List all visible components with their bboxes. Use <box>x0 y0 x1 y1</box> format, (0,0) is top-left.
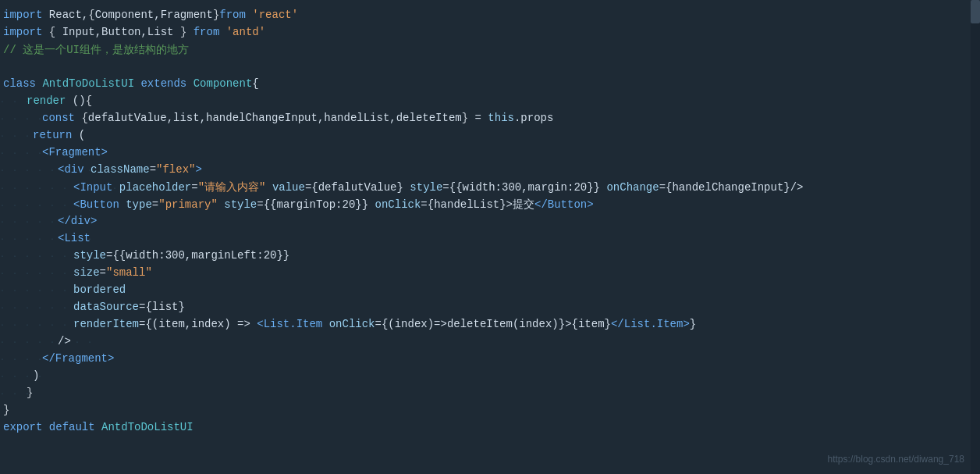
code-line: · · · · · · · ·<List <box>0 231 980 248</box>
token: 'antd' <box>226 26 265 38</box>
line-indent-dots: · · · · <box>0 132 30 141</box>
token: "primary" <box>158 198 218 211</box>
token: style <box>410 181 442 194</box>
code-line: · · · · · · · · · ·style={{width:300,mar… <box>0 248 980 266</box>
token: = <box>468 112 488 124</box>
token: Input,Button,List <box>62 26 174 38</box>
token <box>265 181 272 194</box>
token: Component,Fragment <box>95 9 213 21</box>
token <box>186 77 193 90</box>
token <box>322 318 328 330</box>
line-content: <div className="flex"> <box>58 163 980 176</box>
line-content: import React,{Component,Fragment}from 'r… <box>3 9 980 21</box>
token: renderItem <box>73 318 139 330</box>
token: }} <box>276 249 289 262</box>
token <box>173 26 179 38</box>
token <box>84 163 91 176</box>
token: { <box>88 9 94 21</box>
token: extends <box>140 77 186 90</box>
token: placeholder <box>119 181 191 194</box>
code-line: · · · · · · · ·<div className="flex"> <box>0 162 980 180</box>
token <box>119 198 126 211</box>
token: ( <box>72 129 85 141</box>
token: ={ <box>659 181 673 194</box>
token: "请输入内容" <box>198 181 266 194</box>
line-indent-dots: · · · · · · · · · · <box>0 269 70 278</box>
token: } <box>178 301 184 313</box>
line-indent-dots: · · · · · · · · <box>0 218 55 226</box>
token: <Button <box>73 198 119 211</box>
token: // 这是一个UI组件，是放结构的地方 <box>3 44 189 56</box>
token <box>95 421 101 433</box>
token: size <box>73 266 100 279</box>
token: <List <box>58 232 91 244</box>
line-content: class AntdToDoListUI extends Component{ <box>3 77 980 90</box>
scrollbar-thumb[interactable] <box>971 0 980 23</box>
code-line: · · · · · · · · · ·bordered <box>0 283 980 300</box>
token <box>112 181 119 194</box>
line-content: <Input placeholder="请输入内容" value={defalu… <box>73 180 980 194</box>
token: handelList <box>434 198 499 211</box>
line-content: export default AntdToDoListUI <box>3 421 980 433</box>
line-content: } <box>3 404 980 416</box>
token: ={(item,index) => <box>139 318 257 330</box>
code-line: // 这是一个UI组件，是放结构的地方 <box>0 42 980 59</box>
line-content: } <box>27 387 980 399</box>
token: return <box>33 129 72 141</box>
code-line: · · · ·return ( <box>0 128 980 145</box>
line-indent-dots: · · · · · · · · <box>0 235 55 244</box>
token: .props <box>514 112 553 124</box>
line-indent-dots: · · · · · · · · <box>0 166 55 175</box>
scrollbar[interactable] <box>971 0 980 474</box>
token: () <box>66 94 85 107</box>
line-content: <Button type="primary" style={{marginTop… <box>73 198 980 212</box>
token: > <box>195 163 201 176</box>
line-content: // 这是一个UI组件，是放结构的地方 <box>3 43 980 57</box>
line-content: size="small" <box>73 266 980 279</box>
line-content: </div> <box>58 215 980 227</box>
token: ={{ <box>257 198 276 211</box>
code-line: · · · · · · · ·/> <box>0 334 980 351</box>
token: </div> <box>58 215 97 227</box>
token: AntdToDoListUI <box>42 77 134 90</box>
token: onChange <box>606 181 659 194</box>
token: } <box>605 318 611 330</box>
token: const <box>42 112 75 124</box>
token: { <box>49 26 62 38</box>
token <box>42 26 48 38</box>
token: <div <box>58 163 84 176</box>
code-line: import { Input,Button,List } from 'antd' <box>0 25 980 42</box>
watermark: https://blog.csdn.net/diwang_718 <box>828 454 964 465</box>
token: 提交 <box>513 198 534 211</box>
token: </Fragment> <box>42 352 114 365</box>
token: value <box>272 181 305 194</box>
line-indent-dots: · · · · · · <box>0 115 39 123</box>
token: }>{ <box>559 318 578 330</box>
token: render <box>27 94 66 107</box>
token: ) <box>33 369 39 382</box>
token: { <box>81 112 87 124</box>
token: style <box>73 249 106 262</box>
token: width:300,margin:20 <box>463 181 588 194</box>
code-line: · · · · · ·<Fragment> <box>0 145 980 162</box>
code-line <box>0 59 980 77</box>
token: default <box>49 421 95 433</box>
code-line: class AntdToDoListUI extends Component{ <box>0 77 980 94</box>
code-line: · · · · · · · · · ·dataSource={list} <box>0 300 980 317</box>
line-indent-dots: · · · <box>0 98 23 106</box>
token: } <box>397 181 410 194</box>
line-content: return ( <box>33 129 980 141</box>
token: "flex" <box>156 163 195 176</box>
token: }} <box>587 181 606 194</box>
token: } <box>27 387 33 399</box>
token: Component <box>194 77 253 90</box>
token: width:300,marginLeft:20 <box>126 249 276 262</box>
line-indent-dots: · · · · · · <box>0 149 39 158</box>
token: = <box>152 198 158 211</box>
token: item <box>578 318 605 330</box>
token: marginTop:20 <box>277 198 356 211</box>
token: class <box>3 77 36 90</box>
token: } <box>690 318 696 330</box>
token: 'react' <box>252 9 298 21</box>
token: React, <box>42 9 88 21</box>
